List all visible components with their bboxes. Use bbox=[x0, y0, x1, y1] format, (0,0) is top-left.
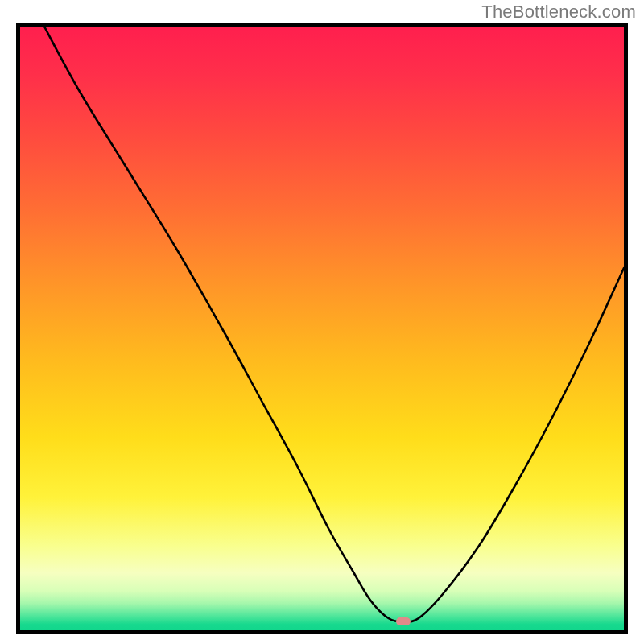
optimal-point-marker-icon bbox=[396, 617, 411, 625]
plot-area bbox=[20, 27, 624, 630]
bottleneck-curve bbox=[20, 27, 624, 630]
plot-frame bbox=[16, 23, 628, 634]
chart-container: TheBottleneck.com bbox=[0, 0, 644, 644]
attribution-watermark: TheBottleneck.com bbox=[481, 2, 636, 23]
